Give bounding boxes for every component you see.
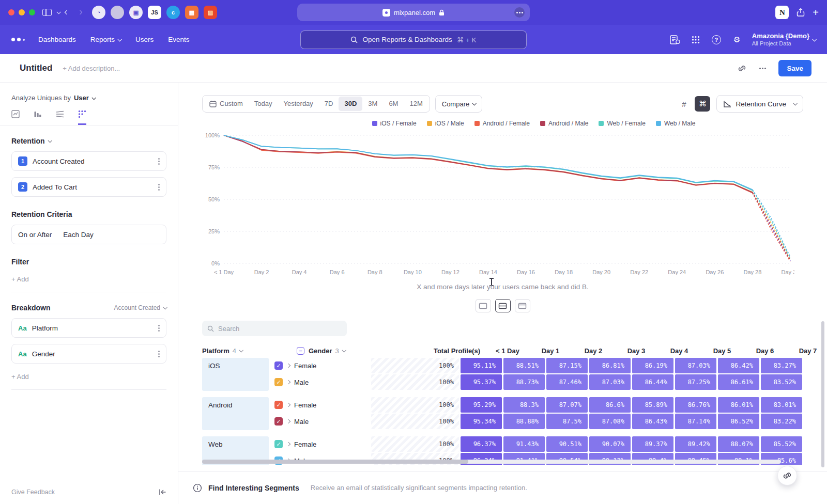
step-menu-icon[interactable] xyxy=(158,186,160,188)
project-switcher[interactable]: Amazonia {Demo} All Project Data xyxy=(752,32,816,48)
vertical-scrollbar[interactable] xyxy=(821,321,824,467)
breakdown-menu-icon[interactable] xyxy=(158,327,160,329)
step-menu-icon[interactable] xyxy=(158,161,160,162)
legend-item-android-male[interactable]: Android / Male xyxy=(540,120,588,127)
package-extension-icon[interactable]: ▣ xyxy=(129,6,143,19)
date-range-custom[interactable]: Custom xyxy=(204,97,249,111)
legend-item-ios-male[interactable]: iOS / Male xyxy=(427,120,464,127)
add-filter-button[interactable]: + Add xyxy=(11,275,29,283)
orange-logo-extension-icon[interactable]: ▦ xyxy=(185,6,198,19)
nav-item-users[interactable]: Users xyxy=(135,36,154,43)
report-activity-icon[interactable] xyxy=(669,34,681,45)
column-header--1-day[interactable]: < 1 Day xyxy=(487,347,528,355)
new-tab-icon[interactable]: + xyxy=(813,7,819,19)
row-checkbox[interactable]: ✓ xyxy=(274,401,283,409)
row-checkbox[interactable]: ✓ xyxy=(274,417,283,426)
report-description[interactable]: + Add description... xyxy=(63,65,120,72)
notion-extension-icon[interactable]: N xyxy=(775,6,789,19)
browser-forward-button[interactable] xyxy=(73,6,87,19)
date-range-6m[interactable]: 6M xyxy=(383,97,404,111)
legend-item-web-female[interactable]: Web / Female xyxy=(599,120,645,127)
expand-row-icon[interactable] xyxy=(286,419,290,423)
report-title[interactable]: Untitled xyxy=(20,63,52,73)
copy-link-icon-button[interactable] xyxy=(734,60,749,76)
legend-item-android-female[interactable]: Android / Female xyxy=(474,120,530,127)
row-checkbox[interactable]: ✓ xyxy=(274,378,283,386)
toggle-sidebar-icon[interactable] xyxy=(42,9,52,16)
breakdown-menu-icon[interactable] xyxy=(158,353,160,355)
timer-extension-icon[interactable]: ◔ xyxy=(92,6,105,19)
nav-item-events[interactable]: Events xyxy=(168,36,189,43)
more-options-button[interactable] xyxy=(755,60,770,76)
tab-flows[interactable] xyxy=(56,110,64,125)
platform-column-header[interactable]: Platform4 xyxy=(202,347,295,355)
tab-funnels[interactable] xyxy=(34,110,42,125)
date-range-12m[interactable]: 12M xyxy=(404,97,428,111)
js-extension-icon[interactable]: JS xyxy=(148,6,161,19)
date-range-7d[interactable]: 7D xyxy=(319,97,339,111)
legend-item-ios-female[interactable]: iOS / Female xyxy=(372,120,417,127)
split-view-button[interactable] xyxy=(495,299,511,312)
apps-grid-icon[interactable] xyxy=(690,34,701,45)
each-day-dropdown[interactable]: Each Day xyxy=(63,231,94,239)
nav-item-dashboards[interactable]: Dashboards xyxy=(38,36,76,43)
tab-retention[interactable] xyxy=(78,110,86,125)
annotations-button[interactable]: # xyxy=(676,96,692,112)
expand-row-icon[interactable] xyxy=(286,403,290,407)
help-icon[interactable]: ? xyxy=(711,34,722,45)
chart-type-dropdown[interactable]: Retention Curve xyxy=(716,95,803,113)
tab-insights[interactable] xyxy=(11,110,20,125)
browser-back-button[interactable] xyxy=(60,6,73,19)
close-window-button[interactable] xyxy=(8,9,14,15)
gear-icon[interactable]: ⚙ xyxy=(731,34,743,45)
row-checkbox[interactable]: ✓ xyxy=(274,440,283,448)
share-icon[interactable] xyxy=(796,8,805,17)
date-range-yesterday[interactable]: Yesterday xyxy=(278,97,319,111)
mixpanel-logo[interactable] xyxy=(11,38,25,41)
global-search[interactable]: Open Reports & Dashboards ⌘ + K xyxy=(300,30,527,49)
breakdown-scope-dropdown[interactable]: Account Created xyxy=(114,304,166,311)
expand-row-icon[interactable] xyxy=(286,442,290,446)
breakdown-item-platform[interactable]: AaPlatform xyxy=(11,318,166,338)
retention-step-2[interactable]: 2Added To Cart xyxy=(11,177,166,197)
table-only-view-button[interactable] xyxy=(515,299,530,312)
compare-button[interactable]: Compare xyxy=(435,95,482,113)
expand-row-icon[interactable] xyxy=(286,364,290,368)
retention-section-header[interactable]: Retention xyxy=(11,137,166,145)
column-header-total-profile-s-[interactable]: Total Profile(s) xyxy=(397,347,485,355)
table-search-input[interactable]: Search xyxy=(202,321,347,336)
shortcuts-button[interactable]: ⌘ xyxy=(695,96,710,112)
column-header-day-5[interactable]: Day 5 xyxy=(701,347,743,355)
zoom-window-button[interactable] xyxy=(29,9,35,15)
url-more-icon[interactable] xyxy=(514,7,525,18)
date-range-today[interactable]: Today xyxy=(249,97,278,111)
save-button[interactable]: Save xyxy=(778,60,811,76)
retention-line-chart[interactable]: 0%25%50%75%100%< 1 DayDay 2Day 4Day 6Day… xyxy=(200,129,827,282)
on-or-after-dropdown[interactable]: On or After xyxy=(18,231,52,239)
collapse-sidebar-button[interactable] xyxy=(159,489,166,496)
column-header-day-1[interactable]: Day 1 xyxy=(530,347,571,355)
row-checkbox[interactable]: ✓ xyxy=(274,361,283,370)
analyze-entity-dropdown[interactable]: User xyxy=(74,94,95,102)
column-header-day-4[interactable]: Day 4 xyxy=(658,347,700,355)
date-range-3m[interactable]: 3M xyxy=(362,97,383,111)
minimize-window-button[interactable] xyxy=(19,9,25,15)
breakdown-item-gender[interactable]: AaGender xyxy=(11,344,166,364)
nav-item-reports[interactable]: Reports xyxy=(90,36,121,43)
select-all-checkbox[interactable]: – xyxy=(297,347,304,355)
retention-step-1[interactable]: 1Account Created xyxy=(11,151,166,171)
red-logo-extension-icon[interactable]: ▨ xyxy=(204,6,217,19)
give-feedback-link[interactable]: Give Feedback xyxy=(11,489,55,496)
gender-column-header[interactable]: – Gender3 xyxy=(297,347,396,355)
date-range-30d[interactable]: 30D xyxy=(339,97,362,111)
url-bar[interactable]: mixpanel.com xyxy=(297,4,530,21)
add-breakdown-button[interactable]: + Add xyxy=(11,373,29,381)
horizontal-scrollbar[interactable] xyxy=(202,460,781,464)
legend-item-web-male[interactable]: Web / Male xyxy=(656,120,695,127)
blue-circle-extension-icon[interactable]: c xyxy=(166,6,180,19)
gray-circle-extension-icon[interactable] xyxy=(111,6,124,19)
column-header-day-3[interactable]: Day 3 xyxy=(616,347,657,355)
expand-row-icon[interactable] xyxy=(286,380,290,384)
copy-link-button[interactable] xyxy=(777,466,797,485)
column-header-day-2[interactable]: Day 2 xyxy=(573,347,614,355)
